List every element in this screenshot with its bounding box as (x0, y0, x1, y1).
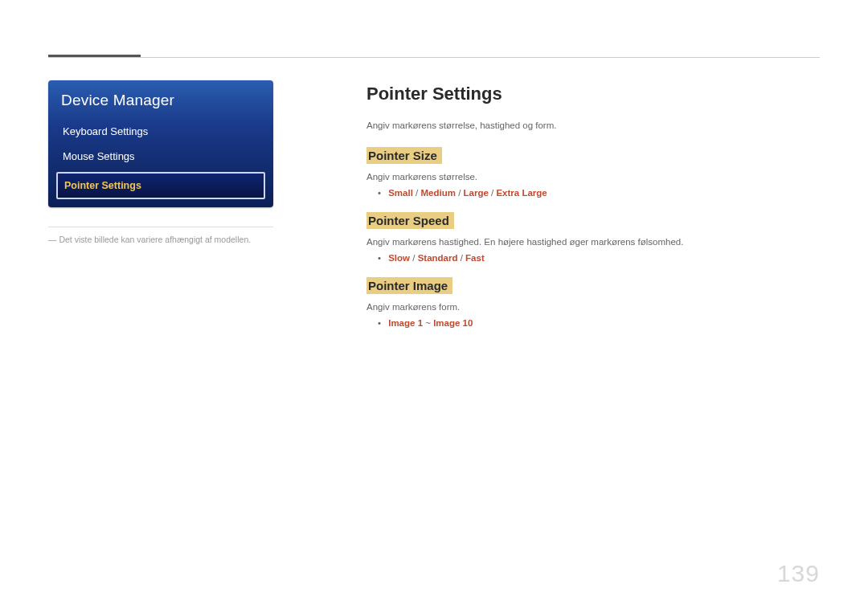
page-intro: Angiv markørens størrelse, hastighed og … (366, 119, 817, 133)
panel-item-keyboard-settings[interactable]: Keyboard Settings (48, 119, 273, 144)
options-pointer-speed: • Slow / Standard / Fast (378, 253, 817, 263)
page-title: Pointer Settings (366, 84, 817, 104)
heading-pointer-size: Pointer Size (366, 147, 442, 164)
panel-item-mouse-settings[interactable]: Mouse Settings (48, 144, 273, 169)
left-column: Device Manager Keyboard Settings Mouse S… (48, 80, 273, 246)
desc-pointer-size: Angiv markørens størrelse. (366, 172, 817, 182)
option: Slow (388, 253, 410, 263)
options-pointer-image: • Image 1 ~ Image 10 (378, 318, 817, 328)
page-number: 139 (777, 560, 820, 587)
model-caption: ― Det viste billede kan variere afhængig… (48, 227, 273, 246)
option: Large (464, 188, 489, 198)
bullet-dot-icon: • (378, 318, 386, 328)
device-manager-panel: Device Manager Keyboard Settings Mouse S… (48, 80, 273, 207)
option: Image 10 (433, 318, 473, 328)
option: Extra Large (496, 188, 547, 198)
panel-item-pointer-settings[interactable]: Pointer Settings (56, 172, 265, 199)
section-pointer-size: Pointer Size Angiv markørens størrelse. … (366, 147, 817, 198)
section-pointer-speed: Pointer Speed Angiv markørens hastighed.… (366, 212, 817, 263)
bullet-dot-icon: • (378, 253, 386, 263)
content-column: Pointer Settings Angiv markørens størrel… (366, 84, 817, 342)
heading-pointer-speed: Pointer Speed (366, 212, 454, 229)
option: Small (388, 188, 413, 198)
top-rule (48, 55, 820, 58)
option: Standard (418, 253, 458, 263)
option: Fast (465, 253, 485, 263)
option: Medium (420, 188, 455, 198)
bullet-dot-icon: • (378, 188, 386, 198)
section-pointer-image: Pointer Image Angiv markørens form. • Im… (366, 277, 817, 328)
heading-pointer-image: Pointer Image (366, 277, 452, 294)
options-pointer-size: • Small / Medium / Large / Extra Large (378, 188, 817, 198)
top-rule-thin (48, 57, 820, 58)
desc-pointer-image: Angiv markørens form. (366, 302, 817, 312)
desc-pointer-speed: Angiv markørens hastighed. En højere has… (366, 237, 817, 247)
panel-title: Device Manager (48, 80, 273, 119)
option: Image 1 (388, 318, 423, 328)
